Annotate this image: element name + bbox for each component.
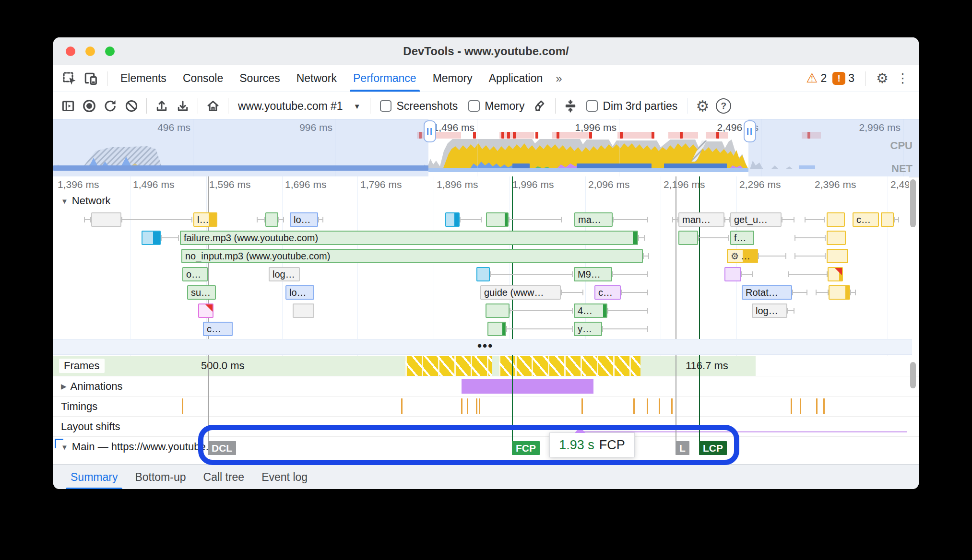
- marker-badge-dcl: DCL: [208, 441, 236, 455]
- details-tab-call-tree[interactable]: Call tree: [195, 465, 253, 489]
- layout-shifts-track[interactable]: Layout shifts: [53, 416, 919, 437]
- network-request-bar[interactable]: [476, 267, 490, 281]
- record-and-reload-button[interactable]: [100, 96, 120, 116]
- network-request-bar[interactable]: [827, 249, 848, 263]
- network-request-bar[interactable]: c…: [594, 285, 621, 300]
- close-window-button[interactable]: [66, 47, 75, 56]
- more-tabs-icon[interactable]: »: [551, 72, 567, 85]
- dim-3rd-parties-label: Dim 3rd parties: [603, 100, 677, 113]
- device-toolbar-icon[interactable]: [81, 69, 100, 88]
- selection-handle-left[interactable]: ||: [424, 120, 436, 142]
- network-request-bar[interactable]: failure.mp3 (www.youtube.com): [180, 231, 638, 245]
- network-request-bar[interactable]: o…: [182, 267, 208, 281]
- kebab-menu-icon[interactable]: ⋮: [894, 72, 911, 85]
- collapse-icon[interactable]: [560, 96, 581, 116]
- request-label: ma…: [578, 214, 601, 225]
- network-request-bar[interactable]: [142, 231, 161, 245]
- details-tab-event-log[interactable]: Event log: [253, 465, 316, 489]
- download-profile-icon[interactable]: [173, 96, 193, 116]
- tab-network[interactable]: Network: [288, 65, 345, 92]
- network-request-bar[interactable]: [829, 285, 850, 300]
- network-request-bar[interactable]: lo…: [290, 212, 318, 227]
- inspect-element-icon[interactable]: [60, 69, 79, 88]
- dim-3rd-parties-checkbox[interactable]: Dim 3rd parties: [586, 100, 677, 113]
- record-button[interactable]: [79, 96, 99, 116]
- dock-side-toggle-icon[interactable]: [58, 96, 78, 116]
- tab-console[interactable]: Console: [175, 65, 231, 92]
- network-request-bar[interactable]: guide (www…: [480, 285, 561, 300]
- history-select[interactable]: www.youtube.com #1 ▼: [233, 100, 365, 113]
- animations-track[interactable]: ▶ Animations: [53, 376, 919, 397]
- maximize-window-button[interactable]: [105, 47, 115, 56]
- tab-application[interactable]: Application: [481, 65, 551, 92]
- network-request-bar[interactable]: [487, 322, 506, 336]
- details-tab-bar: SummaryBottom-upCall treeEvent log: [53, 464, 919, 489]
- network-request-bar[interactable]: [293, 303, 314, 318]
- network-request-bar[interactable]: log…: [752, 303, 787, 318]
- main-thread-track[interactable]: ▼ Main — https://www.youtube.com/: [53, 436, 919, 465]
- chevron-down-icon: ▼: [61, 443, 68, 451]
- network-request-bar[interactable]: [827, 212, 845, 227]
- network-request-bar[interactable]: [198, 303, 213, 318]
- network-track-toggle[interactable]: ▼ Network: [61, 195, 111, 207]
- timings-track[interactable]: Timings: [53, 396, 919, 417]
- tab-sources[interactable]: Sources: [231, 65, 288, 92]
- network-request-bar[interactable]: [881, 212, 894, 227]
- checkbox-box: [468, 100, 480, 112]
- divider: [687, 98, 688, 114]
- timeline-overview[interactable]: 496 ms996 ms1,496 ms1,996 ms2,496 ms2,99…: [53, 119, 919, 177]
- selection-handle-right[interactable]: ||: [744, 120, 756, 142]
- network-request-bar[interactable]: 4…: [574, 303, 607, 318]
- capture-settings-gear-icon[interactable]: ⚙: [692, 96, 712, 116]
- network-request-bar[interactable]: [827, 231, 846, 245]
- request-whisker: [613, 219, 648, 220]
- network-more-band[interactable]: •••: [53, 339, 912, 355]
- network-request-bar[interactable]: ⚙…: [727, 249, 758, 263]
- details-tab-bottom-up[interactable]: Bottom-up: [126, 465, 194, 489]
- frames-track[interactable]: Frames 500.0 ms 116.7 ms: [53, 356, 919, 376]
- upload-profile-icon[interactable]: [152, 96, 172, 116]
- screenshots-checkbox[interactable]: Screenshots: [380, 100, 458, 113]
- network-request-bar[interactable]: [678, 231, 698, 245]
- request-whisker: [782, 219, 794, 220]
- network-request-bar[interactable]: ma…: [574, 212, 613, 227]
- network-request-bar[interactable]: log…: [269, 267, 300, 281]
- tab-elements[interactable]: Elements: [112, 65, 175, 92]
- network-request-bar[interactable]: l…: [193, 212, 217, 227]
- network-request-bar[interactable]: [724, 267, 741, 281]
- network-request-bar[interactable]: [828, 267, 843, 281]
- net-row-label: NET: [891, 163, 913, 175]
- network-request-bar[interactable]: [265, 212, 278, 227]
- tracks-scrollbar-thumb[interactable]: [910, 362, 916, 388]
- tab-memory[interactable]: Memory: [425, 65, 481, 92]
- network-request-bar[interactable]: get_u…: [730, 212, 782, 227]
- home-icon[interactable]: [203, 96, 223, 116]
- issues-counter[interactable]: ! 3: [832, 72, 854, 85]
- network-request-bar[interactable]: [445, 212, 460, 227]
- network-request-bar[interactable]: y…: [574, 322, 602, 336]
- details-tab-summary[interactable]: Summary: [62, 465, 126, 489]
- help-icon[interactable]: ?: [713, 96, 734, 116]
- network-request-bar[interactable]: man…: [678, 212, 724, 227]
- network-scrollbar-thumb[interactable]: [910, 179, 916, 227]
- animation-bar[interactable]: [462, 379, 593, 394]
- request-bar-cap: [502, 323, 505, 335]
- network-request-bar[interactable]: c…: [853, 212, 879, 227]
- minimize-window-button[interactable]: [85, 47, 95, 56]
- memory-checkbox[interactable]: Memory: [468, 100, 524, 113]
- network-request-bar[interactable]: [486, 303, 510, 318]
- network-request-bar[interactable]: no_input.mp3 (www.youtube.com): [181, 249, 643, 263]
- network-request-bar[interactable]: M9…: [574, 267, 612, 281]
- network-request-bar[interactable]: [91, 212, 121, 227]
- network-request-bar[interactable]: lo…: [285, 285, 314, 300]
- network-request-bar[interactable]: f…: [730, 231, 754, 245]
- network-request-bar[interactable]: Rotat…: [742, 285, 792, 300]
- settings-gear-icon[interactable]: ⚙: [876, 71, 889, 85]
- network-request-bar[interactable]: c…: [203, 322, 233, 336]
- network-request-bar[interactable]: su…: [187, 285, 216, 300]
- console-warnings[interactable]: ⚠ 2: [806, 72, 827, 85]
- network-request-bar[interactable]: [486, 212, 509, 227]
- clear-recording-icon[interactable]: [121, 96, 142, 116]
- collect-garbage-icon[interactable]: [530, 96, 550, 116]
- tab-performance[interactable]: Performance: [345, 65, 425, 92]
